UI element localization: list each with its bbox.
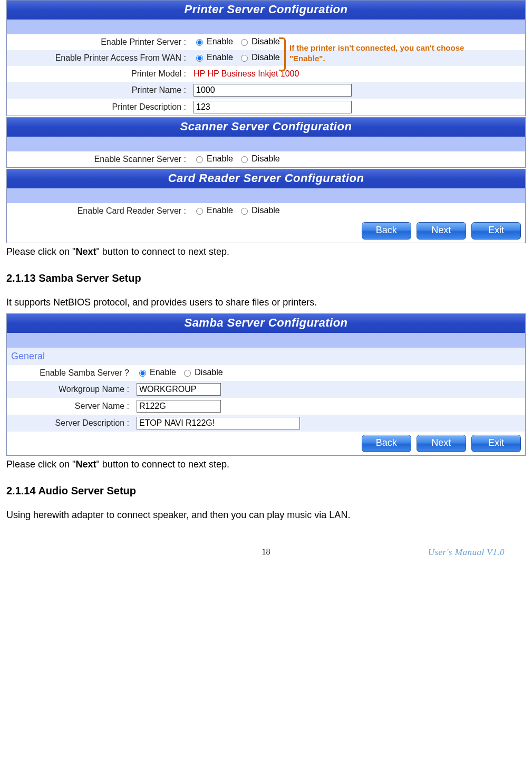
samba-enable-label: Enable Samba Server ? xyxy=(7,365,133,381)
scanner-radio-enable[interactable] xyxy=(196,156,203,163)
samba-config-panel: Samba Server Configuration General Enabl… xyxy=(6,313,526,456)
samba-radio-disable[interactable] xyxy=(184,370,191,377)
printer-wan-radio-disable[interactable] xyxy=(241,55,248,62)
samba-intro: It supports NetBIOS protocol, and provid… xyxy=(6,297,526,308)
printer-name-label: Printer Name : xyxy=(7,82,190,99)
note-next-1: Please click on "Next" button to connect… xyxy=(6,246,526,257)
scanner-config-title: Scanner Server Configuration xyxy=(7,118,525,137)
back-button[interactable]: Back xyxy=(362,435,411,452)
cardreader-radio-enable[interactable] xyxy=(196,208,203,215)
cardreader-config-panel: Card Reader Server Configuration Enable … xyxy=(6,169,526,243)
printer-desc-input[interactable] xyxy=(194,101,352,113)
samba-radio-enable[interactable] xyxy=(139,370,146,377)
section-2-1-13: 2.1.13 Samba Server Setup xyxy=(6,272,526,284)
page-number: 18 xyxy=(133,547,399,558)
samba-desc-input[interactable] xyxy=(137,417,300,429)
printer-model-label: Printer Model : xyxy=(7,66,190,82)
samba-server-input[interactable] xyxy=(137,400,221,413)
exit-button[interactable]: Exit xyxy=(471,435,521,452)
back-button[interactable]: Back xyxy=(362,222,411,240)
callout-text: If the printer isn't connected, you can'… xyxy=(289,43,474,63)
spacer xyxy=(7,188,525,203)
spacer xyxy=(7,137,525,151)
cardreader-config-title: Card Reader Server Configuration xyxy=(7,169,525,188)
doc-version: User's Manual V1.0 xyxy=(399,547,505,558)
scanner-enable-label: Enable Scanner Server : xyxy=(7,151,190,167)
opt-disable: Disable xyxy=(252,37,279,46)
callout-brace xyxy=(279,37,286,71)
next-button[interactable]: Next xyxy=(417,222,466,240)
opt-disable: Disable xyxy=(252,154,279,164)
printer-desc-label: Printer Description : xyxy=(7,99,190,116)
spacer xyxy=(7,20,525,34)
printer-model-value: HP HP Business Inkjet 1000 xyxy=(190,66,525,82)
section-2-1-14: 2.1.14 Audio Server Setup xyxy=(6,485,526,497)
scanner-config-panel: Scanner Server Configuration Enable Scan… xyxy=(6,117,526,168)
opt-disable: Disable xyxy=(252,206,279,215)
page-footer: 18 User's Manual V1.0 xyxy=(6,547,526,558)
printer-config-title: Printer Server Configuration xyxy=(7,1,525,20)
opt-disable: Disable xyxy=(252,53,279,62)
printer-config-panel: Printer Server Configuration Enable Prin… xyxy=(6,0,526,116)
cardreader-radio-disable[interactable] xyxy=(241,208,248,215)
enable-printer-radio-disable[interactable] xyxy=(241,39,248,46)
note-next-2: Please click on "Next" button to connect… xyxy=(6,459,526,470)
opt-disable: Disable xyxy=(195,368,223,377)
spacer xyxy=(7,333,525,348)
opt-enable: Enable xyxy=(207,37,233,46)
samba-config-title: Samba Server Configuration xyxy=(7,314,525,333)
enable-printer-label: Enable Printer Server : xyxy=(7,34,190,50)
samba-workgroup-label: Workgroup Name : xyxy=(7,381,133,398)
samba-workgroup-input[interactable] xyxy=(137,383,221,396)
opt-enable: Enable xyxy=(207,53,233,62)
audio-intro: Using herewith adapter to connect speake… xyxy=(6,510,526,521)
samba-server-label: Server Name : xyxy=(7,398,133,415)
samba-general-label: General xyxy=(7,348,525,365)
opt-enable: Enable xyxy=(150,368,176,377)
printer-wan-label: Enable Printer Access From WAN : xyxy=(7,50,190,66)
printer-name-input[interactable] xyxy=(194,84,352,97)
next-button[interactable]: Next xyxy=(417,435,466,452)
cardreader-enable-label: Enable Card Reader Server : xyxy=(7,203,190,219)
enable-printer-radio-enable[interactable] xyxy=(196,39,203,46)
opt-enable: Enable xyxy=(207,154,233,164)
samba-desc-label: Server Description : xyxy=(7,415,133,432)
opt-enable: Enable xyxy=(207,206,233,215)
printer-wan-radio-enable[interactable] xyxy=(196,55,203,62)
scanner-radio-disable[interactable] xyxy=(241,156,248,163)
exit-button[interactable]: Exit xyxy=(471,222,521,240)
